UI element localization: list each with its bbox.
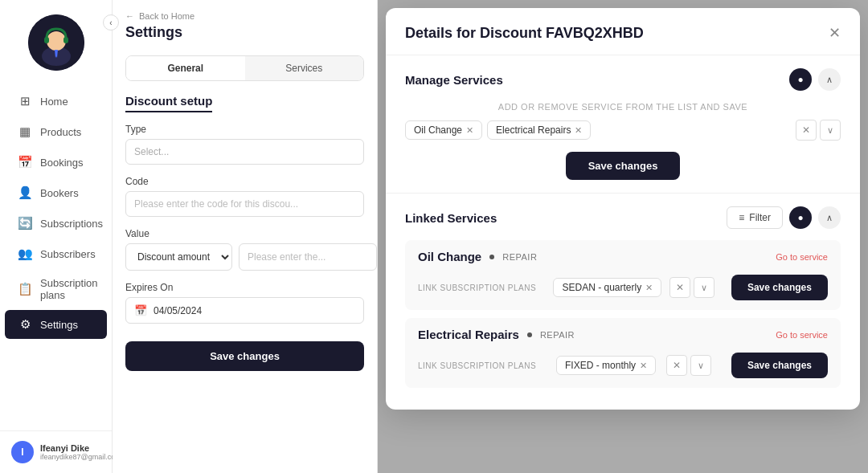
- sidebar-footer: I Ifeanyi Dike ifeanydike87@gmail.com ··…: [0, 430, 112, 473]
- type-select[interactable]: Select...: [125, 139, 364, 165]
- tag-oil-change-label: Oil Change: [414, 124, 462, 136]
- tags-dropdown-button[interactable]: ∨: [820, 120, 841, 141]
- user-details: Ifeanyi Dike ifeanydike87@gmail.com: [40, 443, 121, 461]
- back-text: Back to Home: [139, 11, 194, 21]
- sidebar-item-home[interactable]: ⊞ Home: [5, 87, 107, 116]
- sidebar-item-bookings[interactable]: 📅 Bookings: [5, 148, 107, 177]
- tag-electrical-repairs-remove[interactable]: ✕: [575, 125, 582, 136]
- settings-title: Settings: [125, 24, 364, 41]
- value-type-select[interactable]: Discount amount: [125, 243, 232, 271]
- settings-save-button[interactable]: Save changes: [125, 341, 364, 371]
- manage-services-controls: ● ∧: [789, 68, 841, 91]
- bookers-icon: 👤: [18, 186, 32, 200]
- service-card-electrical-header: Electrical Repairs REPAIR Go to service: [405, 318, 841, 348]
- linked-services-chevron[interactable]: ∧: [818, 206, 841, 229]
- products-icon: ▦: [18, 124, 32, 139]
- plan-tags-1: SEDAN - quarterly ✕: [553, 278, 661, 297]
- plan-tag-fixed-remove[interactable]: ✕: [640, 361, 647, 371]
- sidebar-item-settings[interactable]: ⚙ Settings: [5, 310, 107, 339]
- settings-tabs: General Services: [125, 55, 364, 81]
- type-field: Type Select...: [125, 124, 364, 165]
- discount-setup-section: Discount setup Type Select... Code Value: [113, 94, 377, 335]
- sidebar-item-products-label: Products: [40, 126, 81, 138]
- sidebar-toggle-button[interactable]: ‹: [103, 14, 119, 31]
- link-label-1: LINK SUBSCRIPTION PLANS: [418, 283, 536, 292]
- plan-1-dropdown-button[interactable]: ∨: [694, 277, 714, 298]
- code-field: Code: [125, 176, 364, 217]
- modal-overlay: Details for Discount FAVBQ2XHBD ✕ Manage…: [378, 0, 868, 473]
- service-card-oil-change: Oil Change REPAIR Go to service LINK SUB…: [405, 240, 841, 310]
- plan-tag-fixed: FIXED - monthly ✕: [556, 356, 656, 375]
- expires-date: 04/05/2024: [154, 305, 202, 316]
- go-to-service-2[interactable]: Go to service: [776, 330, 828, 340]
- back-arrow-icon: ←: [125, 11, 134, 21]
- tab-services[interactable]: Services: [245, 56, 364, 80]
- expires-label: Expires On: [125, 282, 364, 293]
- sidebar-item-bookers-label: Bookers: [40, 187, 79, 199]
- manage-services-toggle[interactable]: ●: [789, 68, 812, 91]
- user-email: ifeanydike87@gmail.com: [40, 453, 121, 461]
- sidebar-item-subscriptions-label: Subscriptions: [40, 218, 103, 230]
- filter-label: Filter: [749, 212, 771, 223]
- plan-tag-sedan-remove[interactable]: ✕: [645, 283, 653, 293]
- linked-services-header: Linked Services ≡ Filter ● ∧: [405, 206, 841, 229]
- service-save-button-2[interactable]: Save changes: [731, 353, 828, 378]
- link-label-2: LINK SUBSCRIPTION PLANS: [418, 361, 536, 370]
- linked-header-row: Linked Services ≡ Filter ● ∧: [405, 206, 841, 229]
- service-save-button-1[interactable]: Save changes: [731, 275, 828, 300]
- clear-plan-2-button[interactable]: ✕: [666, 355, 687, 376]
- linked-services-toggle[interactable]: ●: [789, 206, 812, 229]
- service-name-2: Electrical Repairs: [418, 328, 519, 341]
- plan-tag-sedan-label: SEDAN - quarterly: [562, 282, 641, 293]
- manage-services-save-button[interactable]: Save changes: [566, 152, 681, 180]
- service-tags-row: Oil Change ✕ Electrical Repairs ✕ ✕ ∨: [405, 120, 841, 141]
- svg-rect-4: [63, 37, 68, 43]
- sidebar-item-subscriptions[interactable]: 🔄 Subscriptions: [5, 209, 107, 238]
- manage-services-chevron[interactable]: ∧: [818, 68, 841, 91]
- plan-2-dropdown-button[interactable]: ∨: [690, 355, 711, 376]
- expires-field: Expires On 📅 04/05/2024: [125, 282, 364, 324]
- go-to-service-1[interactable]: Go to service: [776, 252, 828, 262]
- avatar-section: [0, 0, 112, 80]
- service-dot-1: [489, 255, 494, 259]
- tag-oil-change: Oil Change ✕: [405, 120, 482, 140]
- sidebar-item-subscription-plans[interactable]: 📋 Subscription plans: [5, 270, 107, 308]
- clear-plan-1-button[interactable]: ✕: [669, 277, 690, 298]
- filter-button[interactable]: ≡ Filter: [727, 206, 783, 229]
- plan-controls-2: ✕ ∨: [666, 355, 711, 376]
- svg-point-2: [47, 31, 66, 51]
- user-avatar: I: [11, 441, 34, 463]
- sidebar-item-subscribers[interactable]: 👥 Subscribers: [5, 239, 107, 268]
- tag-oil-change-remove[interactable]: ✕: [466, 125, 473, 136]
- avatar: [28, 14, 84, 71]
- add-remove-instruction: ADD OR REMOVE SERVICE FROM THE LIST AND …: [405, 102, 841, 112]
- tab-general[interactable]: General: [126, 56, 245, 80]
- discount-setup-title: Discount setup: [125, 94, 212, 112]
- content-area: ← Back to Home Settings General Services…: [113, 0, 868, 473]
- settings-icon: ⚙: [18, 317, 32, 332]
- service-type-2: REPAIR: [540, 330, 575, 340]
- manage-services-section: Manage Services ● ∧ ADD OR REMOVE SERVIC…: [386, 55, 860, 194]
- value-input[interactable]: [239, 243, 377, 271]
- date-input-wrap[interactable]: 📅 04/05/2024: [125, 297, 364, 324]
- svg-rect-3: [44, 37, 49, 43]
- subscriptions-icon: 🔄: [18, 216, 32, 230]
- code-input[interactable]: [125, 191, 364, 217]
- service-dot-2: [527, 332, 532, 337]
- tag-electrical-repairs: Electrical Repairs ✕: [487, 120, 591, 140]
- sidebar-item-bookers[interactable]: 👤 Bookers: [5, 178, 107, 207]
- tag-electrical-repairs-label: Electrical Repairs: [496, 124, 571, 136]
- back-link[interactable]: ← Back to Home: [125, 11, 364, 21]
- modal-title: Details for Discount FAVBQ2XHBD: [405, 25, 644, 42]
- settings-panel: ← Back to Home Settings General Services…: [113, 0, 378, 473]
- modal-close-button[interactable]: ✕: [829, 24, 841, 42]
- value-row: Discount amount: [125, 243, 364, 271]
- service-name-1: Oil Change: [418, 250, 481, 263]
- service-name-row-1: Oil Change REPAIR: [418, 250, 537, 263]
- bookings-icon: 📅: [18, 155, 32, 169]
- plan-tags-2: FIXED - monthly ✕: [556, 356, 656, 375]
- home-icon: ⊞: [18, 94, 32, 108]
- sidebar-item-subscription-plans-label: Subscription plans: [40, 277, 98, 301]
- clear-tags-button[interactable]: ✕: [796, 120, 817, 141]
- sidebar-item-products[interactable]: ▦ Products: [5, 117, 107, 146]
